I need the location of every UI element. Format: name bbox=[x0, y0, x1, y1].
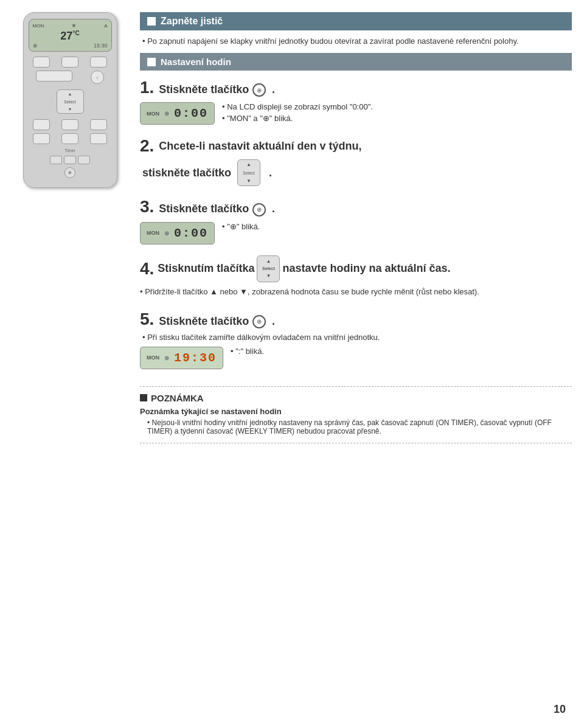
poznomka-square-icon bbox=[140, 394, 147, 401]
step3-clock-icon: ⊕ bbox=[252, 203, 266, 217]
instructions-column: Zapněte jistič Po zapnutí napájení se kl… bbox=[140, 12, 572, 716]
remote-snowflake-icon: ❄ bbox=[72, 23, 76, 29]
step4-select-btn-illus: ▲ Select ▼ bbox=[257, 255, 280, 282]
remote-btn-6[interactable] bbox=[90, 119, 107, 130]
step1-lcd-time: 0:00 bbox=[174, 106, 208, 120]
step5-period: . bbox=[272, 315, 275, 327]
step4-title-part1: Stisknutím tlačítka bbox=[158, 261, 254, 276]
poznomka-sub-title: Poznámka týkající se nastavení hodin bbox=[140, 407, 572, 416]
step2-number: 2. bbox=[140, 136, 154, 156]
step1-number: 1. bbox=[140, 78, 154, 97]
step2-title: Chcete-li nastavit aktuální den v týdnu, bbox=[159, 140, 361, 153]
remote-a-icon: A bbox=[104, 23, 107, 29]
step3-lcd: MON ⊕ 0:00 bbox=[140, 222, 215, 244]
step5-note-2-wrap: ":" bliká. bbox=[231, 347, 572, 358]
step5-number: 5. bbox=[140, 310, 154, 328]
remote-btn-round-1[interactable]: ○ bbox=[91, 71, 104, 84]
step-5: 5. Stiskněte tlačítko ⊕ . Při stisku tla… bbox=[140, 310, 572, 369]
step5-note-1: Při stisku tlačítek zamiřte dálkovým ovl… bbox=[142, 333, 572, 342]
remote-small-btn-3[interactable] bbox=[78, 156, 90, 164]
step1-note-1: Na LCD displeji se zobrazí symbol "0:00"… bbox=[222, 102, 572, 111]
step5-clock-icon: ⊕ bbox=[252, 315, 266, 328]
step3-lcd-mon: MON bbox=[147, 230, 159, 236]
section2-title: Nastavení hodin bbox=[161, 57, 231, 67]
remote-btn-5[interactable] bbox=[61, 119, 78, 130]
step1-lcd: MON ⊕ 0:00 bbox=[140, 102, 215, 125]
step2-title2: stiskněte tlačítko bbox=[142, 167, 231, 179]
step3-content: MON ⊕ 0:00 "⊕" bliká. bbox=[140, 222, 572, 244]
remote-btn-9[interactable] bbox=[90, 133, 107, 144]
remote-screen: MON ❄ A 27°C ⊕ 15:30 bbox=[29, 19, 112, 52]
step1-notes: Na LCD displeji se zobrazí symbol "0:00"… bbox=[222, 102, 572, 125]
step5-lcd-mon: MON bbox=[147, 355, 159, 361]
step4-title-part2: nastavte hodiny na aktuální čas. bbox=[282, 261, 450, 276]
step5-title: Stiskněte tlačítko bbox=[159, 315, 249, 327]
poznomka-title: POZNÁMKA bbox=[151, 393, 204, 403]
remote-control-column: MON ❄ A 27°C ⊕ 15:30 bbox=[12, 12, 128, 716]
step1-lcd-mon: MON bbox=[147, 111, 159, 117]
remote-mon-label: MON bbox=[33, 23, 44, 29]
remote-timer-label: Timer bbox=[64, 148, 75, 153]
step3-title: Stiskněte tlačítko bbox=[159, 203, 249, 215]
section1-header: Zapněte jistič bbox=[140, 12, 572, 30]
step3-notes: "⊕" bliká. bbox=[222, 222, 572, 234]
remote-btn-wide-1[interactable] bbox=[36, 71, 72, 81]
poznomka-section: POZNÁMKA Poznámka týkající se nastavení … bbox=[140, 386, 572, 443]
page-number: 10 bbox=[554, 703, 566, 716]
step3-note-1: "⊕" bliká. bbox=[222, 222, 572, 231]
step3-period: . bbox=[272, 203, 275, 215]
step5-lcd-icon: ⊕ bbox=[164, 355, 169, 361]
section2-square-icon bbox=[147, 58, 156, 66]
step1-clock-icon: ⊕ bbox=[252, 83, 266, 97]
remote-control: MON ❄ A 27°C ⊕ 15:30 bbox=[23, 12, 117, 188]
step-4: 4. Stisknutím tlačítka ▲ Select ▼ nastav… bbox=[140, 255, 572, 299]
step5-lcd: MON ⊕ 19:30 bbox=[140, 347, 223, 369]
step3-lcd-time: 0:00 bbox=[174, 226, 208, 240]
step2-period: . bbox=[269, 167, 272, 179]
step4-note-1: Přidržíte-li tlačítko ▲ nebo ▼, zobrazen… bbox=[140, 287, 572, 296]
remote-small-btn-1[interactable] bbox=[50, 156, 62, 164]
step2-select-btn-illus: ▲ Select ▼ bbox=[237, 159, 260, 186]
step1-content: MON ⊕ 0:00 Na LCD displeji se zobrazí sy… bbox=[140, 102, 572, 125]
remote-buttons: ○ ▲ Select ▼ bbox=[29, 57, 112, 178]
remote-select-button[interactable]: ▲ Select ▼ bbox=[57, 89, 84, 114]
step1-note-2: "MON" a "⊕" bliká. bbox=[222, 114, 572, 123]
step5-content: MON ⊕ 19:30 ":" bliká. bbox=[140, 347, 572, 369]
remote-btn-1[interactable] bbox=[33, 57, 50, 68]
step5-lcd-time: 19:30 bbox=[174, 351, 217, 365]
section1-title: Zapněte jistič bbox=[161, 16, 223, 27]
remote-temperature: 27°C bbox=[33, 30, 108, 43]
section2-header: Nastavení hodin bbox=[140, 53, 572, 71]
section1-bullet: Po zapnutí napájení se klapky vnitřní je… bbox=[140, 36, 572, 46]
step1-title-text: Stiskněte tlačítko bbox=[159, 83, 249, 95]
step1-period: . bbox=[272, 83, 275, 95]
remote-small-btn-2[interactable] bbox=[64, 156, 76, 164]
step1-lcd-clock-icon: ⊕ bbox=[164, 110, 169, 117]
step-2: 2. Chcete-li nastavit aktuální den v týd… bbox=[140, 136, 572, 186]
step-1: 1. Stiskněte tlačítko ⊕ . MON ⊕ 0:00 Na … bbox=[140, 78, 572, 125]
remote-btn-4[interactable] bbox=[33, 119, 50, 130]
section1-square-icon bbox=[147, 17, 156, 26]
remote-btn-2[interactable] bbox=[61, 57, 78, 68]
remote-time-display: 15:30 bbox=[94, 43, 108, 49]
step3-number: 3. bbox=[140, 197, 154, 216]
remote-btn-3[interactable] bbox=[90, 57, 107, 68]
step4-number: 4. bbox=[140, 257, 154, 280]
remote-btn-7[interactable] bbox=[33, 133, 50, 144]
step4-notes: Přidržíte-li tlačítko ▲ nebo ▼, zobrazen… bbox=[140, 287, 572, 296]
step-3: 3. Stiskněte tlačítko ⊕ . MON ⊕ 0:00 "⊕"… bbox=[140, 197, 572, 244]
step5-note-1-wrap: Při stisku tlačítek zamiřte dálkovým ovl… bbox=[140, 333, 572, 342]
remote-fan-icon: ⊕ bbox=[33, 43, 38, 49]
step3-lcd-icon: ⊕ bbox=[164, 230, 169, 237]
remote-circle-btn[interactable]: ⊕ bbox=[64, 167, 75, 178]
poznomka-header: POZNÁMKA bbox=[140, 393, 572, 403]
step5-note-2: ":" bliká. bbox=[231, 347, 572, 356]
remote-btn-8[interactable] bbox=[61, 133, 78, 144]
poznomka-bullet: Nejsou-li vnitřní hodiny vnitřní jednotk… bbox=[140, 418, 572, 435]
